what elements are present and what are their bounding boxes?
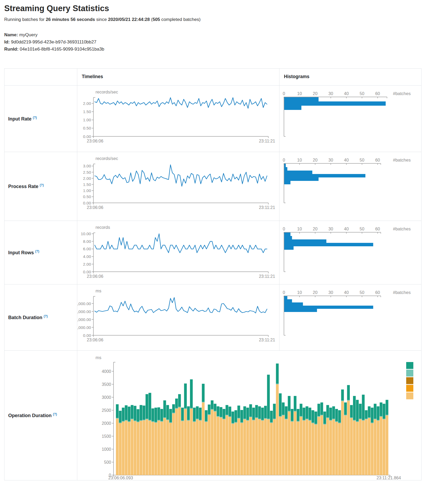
svg-text:0.00: 0.00	[83, 201, 91, 205]
svg-text:0.00: 0.00	[83, 333, 91, 338]
svg-text:50: 50	[360, 91, 364, 96]
running-duration: 26 minutes 56 seconds	[46, 17, 95, 22]
svg-text:3,000.00: 3,000.00	[77, 309, 91, 314]
svg-text:60: 60	[375, 227, 380, 231]
svg-text:50: 50	[360, 158, 364, 162]
svg-text:20: 20	[313, 158, 318, 162]
statistics-table: Timelines Histograms Input Rate(?) recor…	[4, 68, 422, 480]
subtitle-mid: since	[95, 17, 108, 22]
svg-text:10: 10	[297, 158, 302, 162]
svg-text:0: 0	[283, 158, 285, 162]
svg-text:0.50: 0.50	[83, 126, 91, 130]
help-icon[interactable]: (?)	[33, 116, 37, 119]
row-label-batch-duration: Batch Duration(?)	[8, 314, 48, 320]
svg-text:40: 40	[344, 227, 349, 231]
svg-text:10.00: 10.00	[81, 231, 91, 236]
input-rows-timeline-chart: records0.002.004.006.008.0010.0023:06:06…	[77, 221, 279, 284]
svg-text:40: 40	[344, 290, 349, 295]
svg-text:3000: 3000	[102, 395, 111, 400]
svg-text:10: 10	[297, 290, 302, 295]
query-name-value: myQuery	[19, 32, 38, 37]
svg-text:23:06:06.093: 23:06:06.093	[108, 476, 133, 480]
svg-text:2,000.00: 2,000.00	[77, 317, 91, 322]
svg-text:4,000.00: 4,000.00	[77, 301, 91, 306]
svg-text:20: 20	[313, 227, 318, 231]
svg-text:2.00: 2.00	[83, 262, 91, 266]
batch-duration-histogram-chart: 0102030405060#batches	[279, 284, 421, 350]
svg-text:10: 10	[297, 227, 302, 231]
input-rate-timeline-chart: records/sec0.000.501.001.502.0023:06:062…	[77, 86, 279, 152]
page-title: Streaming Query Statistics	[4, 4, 109, 13]
svg-text:30: 30	[328, 227, 333, 231]
process-rate-timeline-chart: records/sec0.000.501.001.502.002.503.002…	[77, 152, 279, 221]
svg-text:4000: 4000	[102, 369, 111, 374]
svg-text:#batches: #batches	[393, 158, 411, 162]
svg-text:#batches: #batches	[393, 226, 411, 231]
running-batches-summary: Running batches for 26 minutes 56 second…	[4, 17, 201, 22]
input-rows-row: Input Rows(?) records0.002.004.006.008.0…	[4, 221, 421, 284]
svg-text:6.00: 6.00	[83, 247, 91, 251]
header-cell-blank	[4, 69, 77, 85]
legend-swatch	[406, 377, 413, 384]
batch-duration-timeline-chart: ms0.001,000.002,000.003,000.004,000.0023…	[77, 284, 279, 350]
input-rate-histogram-chart: 0102030405060#batches	[279, 86, 421, 152]
input-rows-timeline: records0.002.004.006.008.0010.0023:06:06…	[77, 221, 279, 284]
operation-duration-row: Operation Duration(?) ms0500100015002000…	[4, 351, 421, 480]
svg-text:records/sec: records/sec	[96, 90, 118, 94]
process-rate-timeline: records/sec0.000.501.001.502.002.503.002…	[77, 152, 279, 221]
help-icon[interactable]: (?)	[35, 249, 39, 253]
row-label-input-rows: Input Rows(?)	[8, 249, 39, 256]
input-rows-histogram-chart: 0102030405060#batches	[279, 221, 421, 284]
svg-text:1.00: 1.00	[83, 118, 91, 122]
svg-text:23:11:21: 23:11:21	[259, 205, 275, 210]
svg-text:0.50: 0.50	[83, 194, 91, 199]
operation-duration-stacked-chart: ms0500100015002000250030003500400023:06:…	[77, 351, 421, 480]
svg-text:0: 0	[283, 290, 285, 295]
svg-text:60: 60	[375, 158, 380, 162]
svg-text:2500: 2500	[102, 408, 111, 413]
svg-text:20: 20	[313, 290, 318, 295]
query-id-value: 9d0dd219-995d-423e-b97d-36931110bb27	[11, 39, 97, 44]
svg-text:0.00: 0.00	[83, 134, 91, 139]
svg-text:2.00: 2.00	[83, 176, 91, 181]
help-icon[interactable]: (?)	[53, 412, 57, 416]
svg-text:10: 10	[297, 91, 302, 96]
svg-text:3500: 3500	[102, 382, 111, 387]
svg-text:3.00: 3.00	[83, 164, 91, 168]
header-cell-histograms: Histograms	[279, 69, 421, 85]
svg-text:records/sec: records/sec	[96, 156, 118, 161]
svg-text:60: 60	[375, 91, 380, 96]
svg-text:2000: 2000	[102, 421, 111, 426]
row-label-process-rate: Process Rate(?)	[8, 183, 44, 189]
input-rate-row: Input Rate(?) records/sec0.000.501.001.5…	[4, 86, 421, 152]
legend-swatch	[406, 385, 413, 392]
svg-text:60: 60	[375, 290, 380, 295]
svg-text:2.50: 2.50	[83, 170, 91, 175]
svg-text:1000: 1000	[102, 447, 111, 452]
svg-text:23:06:06: 23:06:06	[87, 274, 103, 279]
svg-text:records: records	[96, 225, 110, 230]
query-metadata: Name: myQuery Id: 9d0dd219-995d-423e-b97…	[4, 31, 104, 53]
help-icon[interactable]: (?)	[44, 314, 48, 318]
operation-duration-chart: ms0500100015002000250030003500400023:06:…	[77, 351, 421, 480]
svg-text:23:11:21: 23:11:21	[259, 338, 275, 342]
table-header-row: Timelines Histograms	[4, 69, 421, 86]
svg-text:30: 30	[328, 91, 333, 96]
process-rate-histogram: 0102030405060#batches	[279, 152, 421, 221]
svg-text:ms: ms	[96, 288, 101, 293]
svg-text:23:06:06: 23:06:06	[87, 205, 103, 210]
svg-text:1500: 1500	[102, 434, 111, 439]
streaming-query-statistics-page: Streaming Query Statistics Running batch…	[0, 0, 448, 482]
process-rate-row: Process Rate(?) records/sec0.000.501.001…	[4, 152, 421, 221]
svg-text:23:06:06: 23:06:06	[87, 338, 103, 342]
svg-text:23:06:06: 23:06:06	[87, 139, 103, 143]
svg-text:0: 0	[283, 227, 285, 231]
query-runid-value: 04e101e6-8bf8-4165-9099-9104c951ba3b	[20, 47, 105, 52]
query-runid-line: RunId: 04e101e6-8bf8-4165-9099-9104c951b…	[4, 46, 104, 53]
help-icon[interactable]: (?)	[40, 183, 44, 187]
row-label-input-rate: Input Rate(?)	[8, 116, 37, 122]
legend-swatch	[406, 362, 413, 369]
batch-duration-timeline: ms0.001,000.002,000.003,000.004,000.0023…	[77, 284, 279, 351]
batch-duration-histogram: 0102030405060#batches	[279, 284, 421, 351]
svg-text:#batches: #batches	[393, 91, 411, 96]
